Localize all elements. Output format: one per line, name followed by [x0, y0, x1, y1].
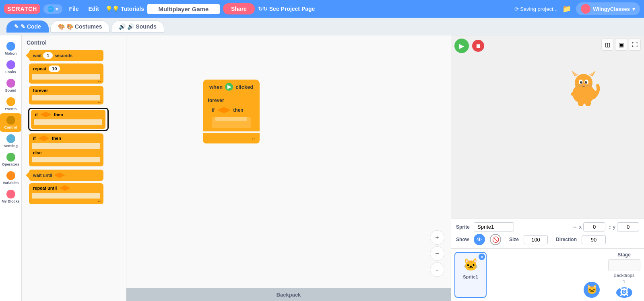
- category-control[interactable]: Control: [0, 113, 21, 132]
- sounds-icon: 🔊: [119, 23, 126, 30]
- else-label: else: [33, 150, 41, 155]
- y-input[interactable]: [617, 222, 639, 231]
- sprite-name-input[interactable]: [474, 222, 514, 231]
- control-dot: [6, 116, 15, 125]
- add-backdrop-button[interactable]: 🖼: [616, 287, 632, 298]
- stage-section-label: Stage: [617, 252, 631, 258]
- zoom-in-button[interactable]: +: [430, 230, 444, 245]
- stage-backdrop-thumb: [608, 259, 640, 271]
- if-text: if: [212, 107, 215, 113]
- tutorials-button[interactable]: 💡 💡 Tutorials: [105, 6, 144, 12]
- fit-button[interactable]: =: [430, 262, 444, 277]
- block-wait[interactable]: wait 1 seconds: [25, 50, 123, 61]
- stage-fullscreen-btn[interactable]: ⛶: [629, 39, 641, 51]
- category-myblocks[interactable]: My Blocks: [0, 187, 21, 206]
- stage-view-buttons: ◫ ▣ ⛶: [601, 39, 641, 51]
- direction-input[interactable]: [582, 235, 606, 244]
- canvas-controls: + − =: [430, 230, 444, 277]
- folder-icon[interactable]: 📁: [562, 4, 571, 13]
- x-label: x: [579, 224, 582, 230]
- user-button[interactable]: WiingyClasses ▾: [576, 2, 640, 15]
- block-if-then-highlighted[interactable]: if then: [28, 108, 109, 131]
- if-label: if: [35, 112, 38, 117]
- sprite-info-row2: Show 👁 🚫 Size Direction: [456, 234, 639, 245]
- myblocks-label: My Blocks: [2, 199, 20, 203]
- saving-icon: ⟳: [514, 6, 519, 12]
- if-block[interactable]: if then: [208, 105, 255, 131]
- globe-button[interactable]: 🌐 ▾: [43, 4, 62, 14]
- block-wait-until-shape[interactable]: wait until: [29, 170, 103, 181]
- tutorials-label: 💡 Tutorials: [112, 6, 144, 12]
- add-sprite-button[interactable]: 🐱: [584, 282, 600, 298]
- clicked-text: clicked: [235, 84, 253, 90]
- category-sensing[interactable]: Sensing: [0, 132, 21, 150]
- sprite-delete-button[interactable]: ✕: [479, 254, 485, 260]
- category-looks[interactable]: Looks: [0, 58, 21, 76]
- edit-menu[interactable]: Edit: [85, 4, 102, 14]
- size-label: Size: [509, 237, 519, 242]
- stage-small-btn[interactable]: ◫: [601, 39, 613, 51]
- stage-section: Stage Backdrops 1 🖼: [604, 249, 644, 301]
- block-forever[interactable]: forever ↩: [25, 86, 123, 104]
- sprite-info: Sprite ↔ x ↕ y Show 👁 🚫 Size Direction: [451, 219, 644, 249]
- category-motion[interactable]: Motion: [0, 39, 21, 58]
- categories-sidebar: Motion Looks Sound Events Control Sensin…: [0, 35, 22, 301]
- block-wait-until[interactable]: wait until: [25, 170, 123, 181]
- svg-rect-18: [585, 100, 591, 106]
- zoom-out-button[interactable]: −: [430, 246, 444, 261]
- control-label: Control: [4, 125, 17, 129]
- sensing-dot: [6, 134, 15, 143]
- canvas-script: when ▶ clicked forever if then: [203, 80, 260, 143]
- see-project-button[interactable]: ↻ ↻ See Project Page: [258, 6, 315, 12]
- share-button[interactable]: Share: [223, 3, 255, 14]
- forever-text: forever: [208, 98, 224, 103]
- file-menu[interactable]: File: [66, 4, 82, 14]
- project-name-input[interactable]: [147, 4, 220, 14]
- svg-point-1: [575, 74, 592, 92]
- show-hidden-button[interactable]: 🚫: [490, 234, 501, 245]
- wait-input[interactable]: 1: [43, 52, 53, 59]
- block-repeat-until[interactable]: repeat until ↩: [25, 183, 123, 204]
- stage-top-controls: ▶ ⏹: [454, 39, 484, 53]
- block-if-then-else[interactable]: if then else: [25, 133, 123, 166]
- x-arrows-icon: ↔: [572, 224, 578, 230]
- sound-dot: [6, 79, 15, 88]
- tab-costumes[interactable]: 🎨 🎨 Costumes: [50, 20, 110, 33]
- stop-button[interactable]: ⏹: [472, 40, 484, 52]
- topbar-right: ⟳ Saving project... 📁 WiingyClasses ▾: [514, 2, 640, 15]
- stage-area: ▶ ⏹ ◫ ▣ ⛶: [451, 35, 644, 219]
- right-panel: ▶ ⏹ ◫ ▣ ⛶: [451, 35, 644, 301]
- category-variables[interactable]: Variables: [0, 169, 21, 187]
- category-events[interactable]: Events: [0, 95, 21, 113]
- scratch-logo[interactable]: SCRATCH: [4, 4, 40, 14]
- canvas-area[interactable]: when ▶ clicked forever if then: [126, 35, 451, 301]
- event-block[interactable]: when ▶ clicked: [203, 80, 260, 94]
- x-input[interactable]: [583, 222, 605, 231]
- add-sprite-area: 🐱: [580, 249, 604, 301]
- category-operators[interactable]: Operators: [0, 150, 21, 169]
- forever-block[interactable]: forever if then: [203, 94, 260, 131]
- size-input[interactable]: [524, 235, 548, 244]
- sprite-thumb-sprite1[interactable]: ✕ 🐱 Sprite1: [454, 252, 487, 298]
- backpack-bar[interactable]: Backpack: [126, 288, 451, 301]
- code-icon: ✎: [14, 23, 19, 30]
- repeat-input[interactable]: 10: [49, 66, 60, 72]
- sprites-area: ✕ 🐱 Sprite1 🐱 Stage Backdrops 1 🖼: [451, 249, 644, 301]
- green-flag-button[interactable]: ▶: [454, 39, 469, 53]
- stage-normal-btn[interactable]: ▣: [615, 39, 627, 51]
- category-sound[interactable]: Sound: [0, 76, 21, 95]
- variables-label: Variables: [3, 181, 19, 185]
- backdrop-count: 1: [623, 279, 625, 284]
- operators-label: Operators: [2, 162, 19, 166]
- tab-code[interactable]: ✎ ✎ Code: [6, 20, 49, 33]
- show-visible-button[interactable]: 👁: [474, 234, 485, 245]
- panel-title: Control: [25, 39, 123, 46]
- block-wait-shape[interactable]: wait 1 seconds: [29, 50, 103, 61]
- block-repeat[interactable]: repeat 10 ↩: [25, 63, 123, 84]
- tab-sounds[interactable]: 🔊 🔊 Sounds: [111, 20, 164, 33]
- see-project-icon: ↻: [258, 6, 263, 12]
- main-area: Motion Looks Sound Events Control Sensin…: [0, 35, 644, 301]
- username-label: WiingyClasses: [593, 6, 630, 12]
- globe-chevron: ▾: [56, 6, 58, 12]
- looks-label: Looks: [5, 70, 16, 74]
